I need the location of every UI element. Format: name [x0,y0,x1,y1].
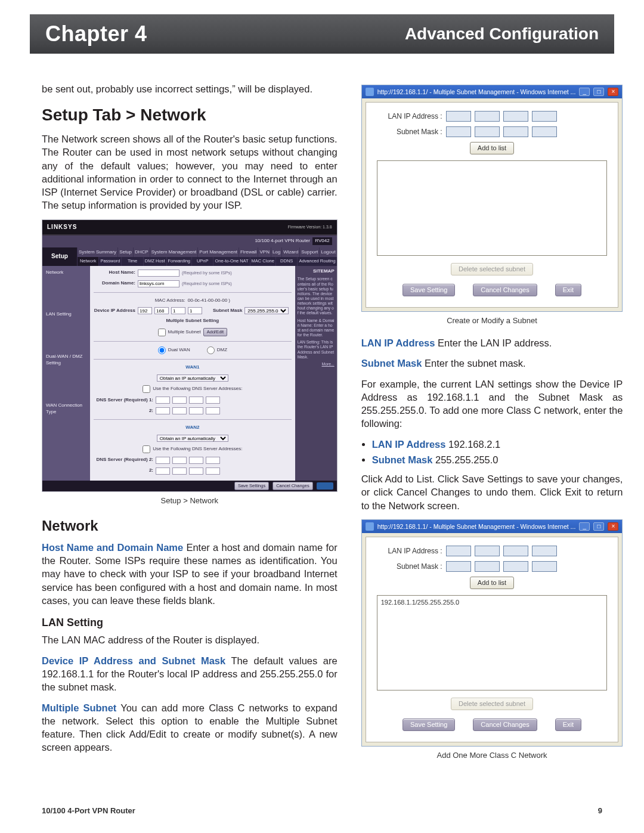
mac-label: MAC Address: [155,298,185,304]
router-form: Host Name: (Required by some ISPs) Domai… [90,266,295,481]
addedit-button[interactable]: Add/Edit [203,328,227,336]
router-admin-screenshot: LINKSYS Firmware Version: 1.3.8 10/100 4… [42,219,338,492]
section-title: Advanced Configuration [405,24,599,44]
exit-button[interactable]: Exit [555,284,581,296]
subtab[interactable]: Password [98,257,121,265]
lan-ip-octet[interactable] [475,111,500,122]
maximize-icon[interactable]: □ [593,88,604,96]
tab[interactable]: Firewall [239,247,258,258]
subtab[interactable]: MAC Clone [250,257,275,265]
dual-wan-radio[interactable] [158,346,166,354]
tab[interactable]: System Management [150,247,198,258]
lan-ip-octet[interactable] [532,546,557,556]
cancel-changes-button[interactable]: Cancel Changes [273,482,312,490]
sitemap-link[interactable]: SITEMAP [298,268,335,275]
lan-ip-octet[interactable] [503,111,528,122]
save-setting-button[interactable]: Save Setting [402,284,455,296]
heading-setup-network: Setup Tab > Network [42,104,338,126]
delete-subnet-button[interactable]: Delete selected subnet [451,698,533,710]
subnet-label: Subnet Mask [213,308,242,314]
close-icon[interactable]: × [608,88,618,96]
subnet-octet[interactable] [446,561,471,572]
cancel-changes-button[interactable]: Cancel Changes [473,284,537,296]
multi-subnet-checkbox[interactable] [158,329,166,336]
heading-network: Network [42,516,338,535]
subnet-mask-label: Subnet Mask : [377,127,442,137]
domain-name-input[interactable] [138,280,179,287]
wan2-select[interactable]: Obtain an IP automatically [157,435,228,442]
tab[interactable]: Logout [319,247,336,258]
save-setting-button[interactable]: Save Setting [402,719,455,731]
lan-ip-octet[interactable] [446,111,471,122]
exit-button[interactable]: Exit [555,719,581,731]
close-icon[interactable]: × [608,522,618,531]
ip-octet[interactable] [154,307,169,314]
firmware-text: Firmware Version: 1.3.8 [288,224,332,230]
cancel-changes-button[interactable]: Cancel Changes [473,719,537,731]
subtab[interactable]: Time [121,257,143,265]
lan-ip-label: LAN IP Address : [377,112,442,121]
minimize-icon[interactable]: _ [579,522,590,531]
subnet-octet[interactable] [446,126,471,137]
more-link[interactable]: More... [298,362,335,367]
dns2-checkbox[interactable] [143,445,150,453]
subnet-octet[interactable] [532,561,557,572]
subnet-octet[interactable] [503,126,528,137]
tab[interactable]: Support [299,247,319,258]
right-column: http://192.168.1.1/ - Multiple Subnet Ma… [361,82,623,785]
subnet-listbox[interactable] [377,160,608,256]
subtab[interactable]: DMZ Host [143,257,166,265]
lan-ip-label: LAN IP Address : [377,546,442,556]
tab[interactable]: Log [271,247,281,258]
multiple-subnet-para: Multiple Subnet You can add more Class C… [42,701,338,754]
subnet-octet[interactable] [532,126,557,137]
subnet-octet[interactable] [503,561,528,572]
dns1-checkbox[interactable] [143,385,150,393]
maximize-icon[interactable]: □ [593,522,604,531]
subnet-listbox[interactable]: 192.168.1.1/255.255.255.0 [377,595,608,690]
save-settings-button[interactable]: Save Settings [234,482,269,490]
subtab[interactable]: DDNS [275,257,297,265]
tab[interactable]: Setup [117,247,133,258]
ip-octet[interactable] [171,307,185,314]
subtab[interactable]: Network [77,257,98,265]
wan1-select[interactable]: Obtain an IP automatically [157,374,228,382]
router-model-code: RV042 [312,237,332,245]
lan-ip-octet[interactable] [503,546,528,556]
subtab[interactable]: Advanced Routing [297,257,336,265]
lan-ip-octet[interactable] [475,546,500,556]
tab[interactable]: Port Management [197,247,239,258]
lan-mac-para: The LAN MAC address of the Router is dis… [42,633,338,646]
subnet-octet[interactable] [475,126,500,137]
tab[interactable]: Wizard [281,247,299,258]
list-item[interactable]: 192.168.1.1/255.255.255.0 [381,598,603,607]
lan-ip-octet[interactable] [446,546,471,556]
subtab[interactable]: UPnP [191,257,213,265]
ip-octet[interactable] [138,307,152,314]
ip-octet[interactable] [188,307,202,314]
footer-product: 10/100 4-Port VPN Router [42,806,135,815]
example-bullets: LAN IP Address 192.168.2.1 Subnet Mask 2… [372,438,623,467]
delete-subnet-button[interactable]: Delete selected subnet [451,263,533,275]
router-brand: LINKSYS [47,223,77,231]
add-to-list-button[interactable]: Add to list [470,577,514,589]
router-active-tab[interactable]: Setup [42,247,77,266]
host-name-input[interactable] [138,270,179,277]
subnet-mask-label: Subnet Mask : [377,562,442,571]
tab[interactable]: VPN [258,247,270,258]
lan-ip-octet[interactable] [532,111,557,122]
subnet-octet[interactable] [475,561,500,572]
tab[interactable]: System Summary [77,247,117,258]
tab[interactable]: DHCP [133,247,150,258]
domain-note: (Required by some ISPs) [182,281,232,287]
multi-subnet-title: Multiple Subnet Setting [94,318,292,324]
host-name-label: Host Name: [94,270,135,276]
subnet-select[interactable]: 255.255.255.0 [244,307,289,314]
minimize-icon[interactable]: _ [579,88,590,96]
dmz-radio[interactable] [207,346,215,354]
subtab[interactable]: Forwarding [166,257,192,265]
lan-ip-para: LAN IP Address Enter the LAN IP address. [361,336,623,349]
subtab[interactable]: One-to-One NAT [213,257,249,265]
add-to-list-button[interactable]: Add to list [470,142,514,154]
setup-network-text: The Network screen shows all of the Rout… [42,132,338,212]
